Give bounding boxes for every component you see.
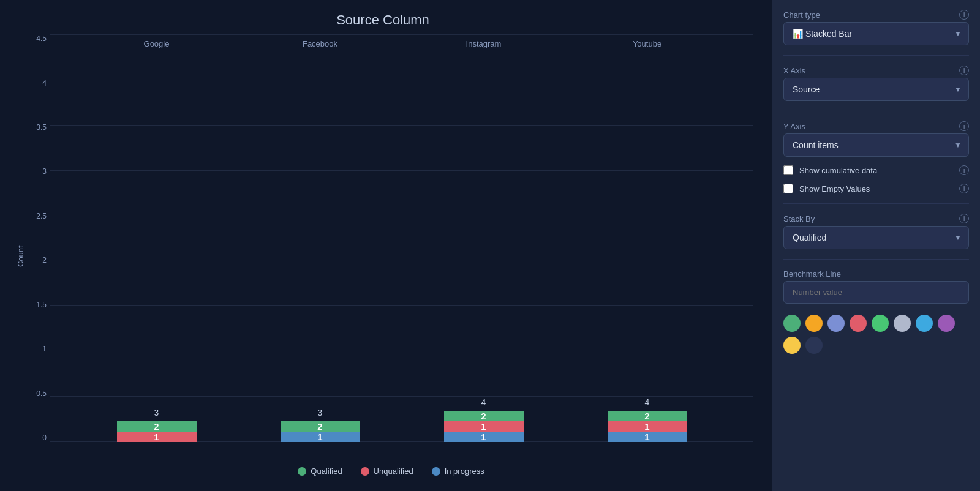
cumulative-info-icon[interactable]: i: [959, 165, 969, 175]
y-tick: 0.5: [36, 389, 50, 398]
chart-title: Source Column: [12, 12, 753, 28]
divider-2: [783, 111, 969, 111]
legend-label: In progress: [445, 467, 484, 476]
legend-label: Unqualified: [374, 467, 413, 476]
legend-color-dot: [432, 467, 440, 476]
bar-total-label: 4: [481, 397, 486, 407]
y-tick: 1: [42, 345, 50, 353]
y-axis-select[interactable]: Count items: [783, 133, 969, 157]
color-swatch[interactable]: [872, 315, 889, 332]
y-tick: 4.5: [36, 34, 50, 43]
color-swatch[interactable]: [805, 315, 823, 332]
bar-stack: 4112: [608, 411, 687, 442]
legend-color-dot: [298, 467, 306, 476]
stack-by-select-wrapper: Qualified ▼: [783, 226, 969, 249]
bar-segment-inprogress: 1: [444, 432, 524, 442]
bar-total-label: 3: [154, 408, 159, 418]
color-swatch[interactable]: [783, 337, 801, 354]
show-empty-row: Show Empty Values i: [783, 184, 969, 193]
show-cumulative-row: Show cumulative data i: [783, 165, 969, 175]
bar-group: 4112: [444, 411, 524, 442]
legend-label: Qualified: [311, 467, 342, 476]
y-tick: 3: [42, 167, 50, 176]
y-axis-select-wrapper: Count items ▼: [783, 133, 969, 157]
y-tick: 3.5: [36, 123, 50, 132]
empty-info-icon[interactable]: i: [959, 184, 969, 193]
color-swatch[interactable]: [827, 315, 845, 332]
y-axis-section-label: Y Axis i: [783, 121, 969, 131]
show-cumulative-checkbox[interactable]: [783, 165, 793, 175]
chart-type-label: Chart type i: [783, 10, 969, 20]
color-swatch[interactable]: [850, 315, 867, 332]
show-empty-checkbox[interactable]: [783, 184, 793, 193]
x-axis-label: X Axis i: [783, 66, 969, 75]
bar-stack: 312: [281, 421, 360, 442]
y-axis-section: Y Axis i Count items ▼: [783, 121, 969, 157]
color-swatch[interactable]: [938, 315, 955, 332]
color-swatch[interactable]: [894, 315, 911, 332]
divider-3: [783, 203, 969, 204]
color-swatch[interactable]: [805, 337, 823, 354]
bar-total-label: 3: [318, 408, 323, 418]
chart-type-info-icon[interactable]: i: [959, 10, 969, 20]
bar-group: 4112: [608, 411, 687, 442]
y-ticks: 00.511.522.533.544.5: [29, 34, 50, 460]
chart-plot: 00.511.522.533.544.5 31231241124112 Goog…: [29, 34, 753, 460]
bar-segment-inprogress: 1: [281, 432, 360, 442]
bar-segment-unqualified: 1: [117, 432, 197, 442]
legend-item: In progress: [432, 467, 484, 476]
chart-container: Count 00.511.522.533.544.5 3123124112411…: [12, 34, 753, 479]
bar-stack: 4112: [444, 411, 524, 442]
benchmark-label: Benchmark Line: [783, 269, 969, 279]
divider-1: [783, 55, 969, 56]
legend-item: Unqualified: [361, 467, 413, 476]
legend-color-dot: [361, 467, 369, 476]
y-axis-label: Count: [12, 34, 29, 479]
benchmark-input[interactable]: [783, 281, 969, 304]
bar-stack: 312: [117, 421, 197, 442]
bars-row: 31231241124112: [50, 34, 753, 442]
color-palette: [783, 315, 969, 354]
chart-inner: 00.511.522.533.544.5 31231241124112 Goog…: [29, 34, 753, 479]
stack-by-info-icon[interactable]: i: [959, 214, 969, 223]
chart-area: Source Column Count 00.511.522.533.544.5…: [0, 0, 772, 491]
sidebar: Chart type i 📊 Stacked Bar ▼ X Axis i So…: [772, 0, 980, 491]
chart-type-section: Chart type i 📊 Stacked Bar ▼: [783, 10, 969, 45]
bar-segment-unqualified: 1: [608, 421, 687, 432]
color-swatch[interactable]: [783, 315, 801, 332]
bar-segment-inprogress: 1: [608, 432, 687, 442]
chart-type-select[interactable]: 📊 Stacked Bar: [783, 22, 969, 45]
stack-by-section: Stack By i Qualified ▼: [783, 214, 969, 249]
bar-segment-qualified: 2: [608, 411, 687, 421]
x-axis-section: X Axis i Source ▼: [783, 66, 969, 101]
bars-area: 31231241124112 GoogleFacebookInstagramYo…: [50, 34, 753, 460]
y-axis-info-icon[interactable]: i: [959, 121, 969, 131]
y-tick: 4: [42, 79, 50, 88]
bar-group: 312: [117, 421, 197, 442]
color-swatch[interactable]: [916, 315, 933, 332]
x-axis-select-wrapper: Source ▼: [783, 78, 969, 101]
bar-total-label: 4: [645, 397, 650, 407]
stack-by-label: Stack By i: [783, 214, 969, 223]
y-tick: 2: [42, 256, 50, 264]
chart-type-select-wrapper: 📊 Stacked Bar ▼: [783, 22, 969, 45]
legend-item: Qualified: [298, 467, 342, 476]
bar-segment-qualified: 2: [444, 411, 524, 421]
y-tick: 1.5: [36, 301, 50, 309]
bar-segment-qualified: 2: [117, 421, 197, 432]
x-axis-info-icon[interactable]: i: [959, 66, 969, 75]
divider-4: [783, 259, 969, 260]
stack-by-select[interactable]: Qualified: [783, 226, 969, 249]
bar-group: 312: [281, 421, 360, 442]
legend: QualifiedUnqualifiedIn progress: [29, 460, 753, 479]
y-tick: 0: [42, 433, 50, 442]
y-tick: 2.5: [36, 212, 50, 220]
benchmark-section: Benchmark Line: [783, 269, 969, 304]
bar-segment-unqualified: 1: [444, 421, 524, 432]
bar-segment-qualified: 2: [281, 421, 360, 432]
x-axis-select[interactable]: Source: [783, 78, 969, 101]
